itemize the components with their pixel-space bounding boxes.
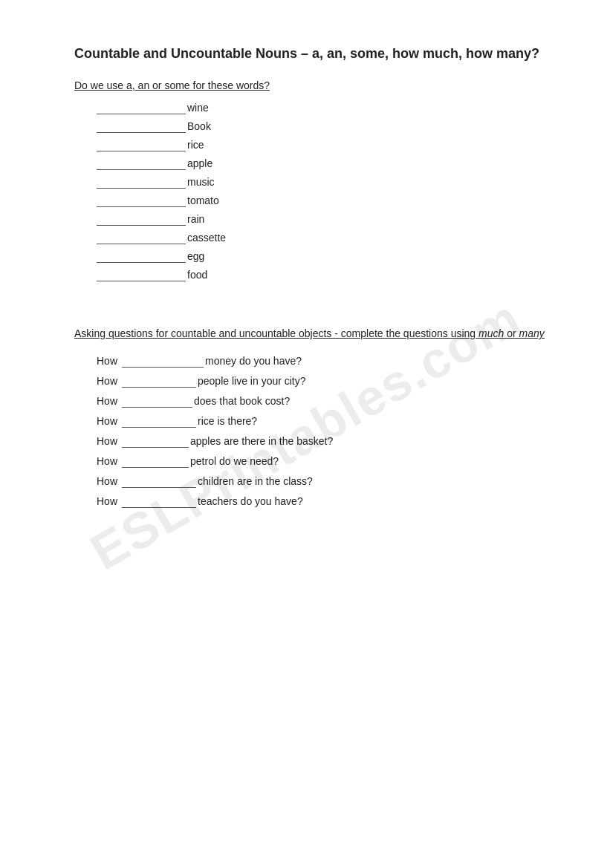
blank-q5 bbox=[122, 435, 189, 448]
blank-music bbox=[97, 176, 186, 189]
blank-wine bbox=[97, 102, 186, 114]
blank-food bbox=[97, 269, 186, 281]
section1-instruction: Do we use a, an or some for these words? bbox=[74, 79, 551, 91]
word-rain: rain bbox=[187, 213, 204, 225]
blank-apple bbox=[97, 157, 186, 170]
blank-q3 bbox=[122, 395, 192, 408]
how-label-3: How bbox=[97, 395, 117, 407]
list-item: How teachers do you have? bbox=[97, 495, 551, 508]
word-rice: rice bbox=[187, 139, 204, 151]
list-item: rice bbox=[97, 139, 551, 151]
word-list: wine Book rice apple music tomato bbox=[74, 102, 551, 281]
blank-rain bbox=[97, 213, 186, 226]
section2-instruction-many: many bbox=[519, 327, 545, 339]
section2-instruction-much: much bbox=[478, 327, 504, 339]
word-apple: apple bbox=[187, 157, 212, 169]
list-item: music bbox=[97, 176, 551, 189]
question-text-6: petrol do we need? bbox=[190, 455, 279, 467]
list-item: How children are in the class? bbox=[97, 475, 551, 488]
list-item: How people live in your city? bbox=[97, 375, 551, 388]
how-label-5: How bbox=[97, 435, 117, 447]
page-content: Countable and Uncountable Nouns – a, an,… bbox=[74, 45, 551, 508]
list-item: How money do you have? bbox=[97, 355, 551, 368]
word-book: Book bbox=[187, 120, 211, 132]
question-text-8: teachers do you have? bbox=[198, 495, 303, 507]
how-label-2: How bbox=[97, 375, 117, 387]
word-tomato: tomato bbox=[187, 195, 219, 206]
word-food: food bbox=[187, 269, 207, 281]
word-cassette: cassette bbox=[187, 232, 226, 244]
list-item: apple bbox=[97, 157, 551, 170]
list-item: cassette bbox=[97, 232, 551, 244]
how-label-4: How bbox=[97, 415, 117, 427]
blank-tomato bbox=[97, 195, 186, 207]
blank-cassette bbox=[97, 232, 186, 244]
list-item: tomato bbox=[97, 195, 551, 207]
blank-q7 bbox=[122, 475, 196, 488]
how-label-7: How bbox=[97, 475, 117, 487]
main-title: Countable and Uncountable Nouns – a, an,… bbox=[74, 45, 551, 63]
how-label-8: How bbox=[97, 495, 117, 507]
section-divider bbox=[74, 304, 551, 326]
how-label-6: How bbox=[97, 455, 117, 467]
blank-q4 bbox=[122, 415, 196, 428]
list-item: egg bbox=[97, 250, 551, 263]
list-item: rain bbox=[97, 213, 551, 226]
blank-rice bbox=[97, 139, 186, 151]
blank-book bbox=[97, 120, 186, 133]
question-text-7: children are in the class? bbox=[198, 475, 313, 487]
list-item: food bbox=[97, 269, 551, 281]
list-item: Book bbox=[97, 120, 551, 133]
section2-instruction-text1: Asking questions for countable and uncou… bbox=[74, 327, 478, 339]
blank-q6 bbox=[122, 455, 189, 468]
section2-instruction-or: or bbox=[504, 327, 519, 339]
question-text-4: rice is there? bbox=[198, 415, 257, 427]
word-music: music bbox=[187, 176, 215, 188]
how-label-1: How bbox=[97, 355, 117, 367]
question-text-2: people live in your city? bbox=[198, 375, 306, 387]
question-list: How money do you have? How people live i… bbox=[74, 355, 551, 508]
list-item: How apples are there in the basket? bbox=[97, 435, 551, 448]
list-item: How does that book cost? bbox=[97, 395, 551, 408]
section2-instruction: Asking questions for countable and uncou… bbox=[74, 326, 551, 342]
word-wine: wine bbox=[187, 102, 209, 114]
worksheet-page: ESLPrintables.com Countable and Uncounta… bbox=[0, 0, 610, 868]
blank-q2 bbox=[122, 375, 196, 388]
question-text-3: does that book cost? bbox=[194, 395, 290, 407]
blank-q8 bbox=[122, 495, 196, 508]
word-egg: egg bbox=[187, 250, 204, 262]
list-item: How petrol do we need? bbox=[97, 455, 551, 468]
list-item: wine bbox=[97, 102, 551, 114]
blank-egg bbox=[97, 250, 186, 263]
list-item: How rice is there? bbox=[97, 415, 551, 428]
question-text-1: money do you have? bbox=[205, 355, 302, 367]
question-text-5: apples are there in the basket? bbox=[190, 435, 333, 447]
blank-q1 bbox=[122, 355, 204, 368]
